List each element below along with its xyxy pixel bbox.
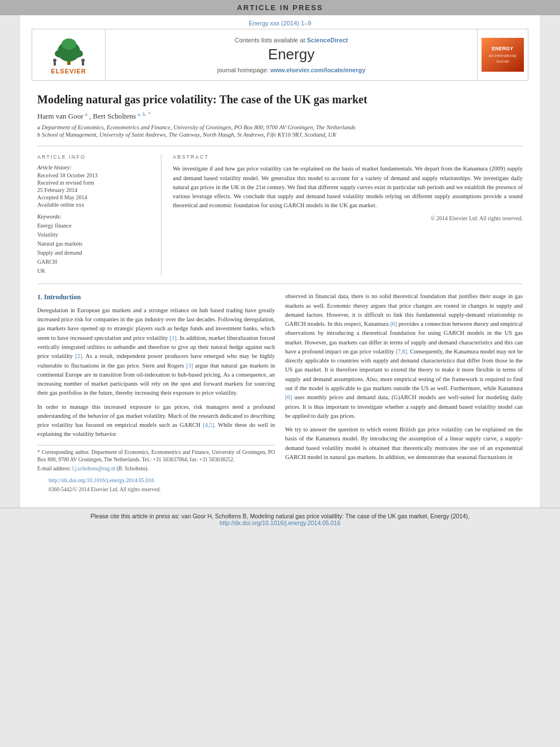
article-in-press-banner: ARTICLE IN PRESS: [0, 0, 560, 15]
homepage-url[interactable]: www.elsevier.com/locate/energy: [270, 67, 365, 73]
sciencedirect-line: Contents lists available at ScienceDirec…: [235, 37, 348, 43]
received-date-1: Received 18 October 2013: [37, 172, 153, 178]
elsevier-logo-box: ELSEVIER: [32, 29, 106, 80]
history-label: Article history:: [37, 164, 153, 171]
keyword-2: Volatility: [37, 230, 153, 239]
body-two-col: 1. Introduction Deregulation in European…: [37, 292, 523, 496]
email-prefix: E-mail address:: [37, 466, 72, 471]
abstract-heading: ABSTRACT: [173, 154, 523, 160]
elsevier-label: ELSEVIER: [51, 68, 86, 75]
citation-text-line: Please cite this article in press as: va…: [11, 513, 549, 519]
journal-header: ELSEVIER Contents lists available at Sci…: [32, 29, 528, 81]
svg-point-7: [81, 59, 85, 62]
svg-text:Journal: Journal: [496, 59, 509, 63]
article-content: Modeling natural gas price volatility: T…: [20, 81, 540, 508]
author-harm-sup: a: [85, 111, 88, 117]
page-container: Energy xxx (2014) 1–9 ELSEVIER: [20, 15, 540, 508]
ref-3[interactable]: [3]: [186, 362, 193, 369]
svg-point-3: [72, 50, 83, 58]
body-right-col: observed in financial data, there is no …: [285, 292, 523, 496]
citation-doi-link[interactable]: http://dx.doi.org/10.1016/j.energy.2014.…: [11, 519, 549, 526]
svg-rect-6: [54, 62, 56, 65]
body-right-para-2: We try to answer the question to which e…: [285, 425, 523, 462]
ref-1[interactable]: [1]: [169, 335, 176, 341]
article-info-abstract: ARTICLE INFO Article history: Received 1…: [37, 154, 523, 276]
ref-78[interactable]: [7,8]: [396, 348, 407, 355]
body-para-2: In order to manage this increased exposu…: [37, 403, 275, 439]
energy-logo-box: ENERGY An International Journal: [477, 29, 528, 80]
keywords-label: Keywords:: [37, 213, 153, 220]
email-link[interactable]: l.j.scholtens@rug.nl: [72, 466, 116, 471]
energy-journal-logo: ENERGY An International Journal: [482, 38, 524, 72]
bottom-citation-bar: Please cite this article in press as: va…: [0, 508, 560, 531]
revised-date: 25 February 2014: [37, 187, 153, 193]
accepted-date: Accepted 8 May 2014: [37, 194, 153, 200]
footnote-section: * Corresponding author. Department of Ec…: [37, 445, 275, 473]
footnote-email: E-mail address: l.j.scholtens@rug.nl (B.…: [37, 465, 275, 473]
abstract-col: ABSTRACT We investigate if and how gas p…: [173, 154, 523, 276]
keywords-section: Keywords: Energy finance Volatility Natu…: [37, 213, 153, 276]
affiliation-b: b School of Management, University of Sa…: [37, 132, 523, 138]
doi-link-body[interactable]: http://dx.doi.org/10.1016/j.energy.2014.…: [49, 475, 264, 486]
body-right-para-1: observed in financial data, there is no …: [285, 292, 523, 421]
svg-point-4: [62, 38, 76, 50]
ref-6a[interactable]: [6]: [390, 321, 397, 327]
author-bert-sup: a, b,: [138, 111, 146, 117]
ref-2[interactable]: [2]: [75, 353, 82, 359]
section1-heading: 1. Introduction: [37, 292, 275, 303]
author-bert: , Bert Scholtens: [89, 112, 136, 120]
issn-line: 0360-5442/© 2014 Elsevier Ltd. All right…: [49, 486, 264, 494]
svg-text:ENERGY: ENERGY: [492, 46, 513, 51]
body-left-col: 1. Introduction Deregulation in European…: [37, 292, 275, 496]
divider-1: [37, 146, 523, 146]
sciencedirect-link[interactable]: ScienceDirect: [307, 37, 348, 43]
energy-logo-svg: ENERGY An International Journal: [482, 38, 524, 72]
sciencedirect-prefix: Contents lists available at: [235, 37, 307, 43]
article-info-col: ARTICLE INFO Article history: Received 1…: [37, 154, 161, 276]
svg-point-2: [55, 50, 66, 58]
keyword-6: UK: [37, 267, 153, 276]
svg-rect-8: [82, 62, 84, 65]
footnote-corresponding: * Corresponding author. Department of Ec…: [37, 449, 275, 464]
citation-text: Please cite this article in press as: va…: [90, 513, 470, 519]
abstract-text: We investigate if and how gas price vola…: [173, 164, 523, 210]
copyright-line: © 2014 Elsevier Ltd. All rights reserved…: [173, 215, 523, 221]
keyword-5: GARCH: [37, 257, 153, 267]
authors-line: Harm van Goor a , Bert Scholtens a, b, *: [37, 111, 523, 121]
svg-text:An International: An International: [488, 54, 516, 58]
ref-6b[interactable]: [6]: [285, 394, 292, 400]
journal-homepage-line: journal homepage: www.elsevier.com/locat…: [217, 67, 366, 73]
corresponding-star: *: [148, 111, 151, 117]
divider-2: [37, 283, 523, 284]
keyword-3: Natural gas markets: [37, 239, 153, 248]
body-para-1: Deregulation in European gas markets and…: [37, 306, 275, 398]
available-date: Available online xxx: [37, 202, 153, 208]
journal-title: Energy: [268, 46, 314, 63]
email-suffix: (B. Scholtens).: [115, 466, 148, 471]
keyword-1: Energy finance: [37, 221, 153, 230]
journal-center-info: Contents lists available at ScienceDirec…: [106, 29, 477, 80]
svg-point-5: [53, 59, 56, 62]
article-title: Modeling natural gas price volatility: T…: [37, 92, 523, 107]
elsevier-tree-icon: [49, 36, 89, 67]
keyword-4: Supply and demand: [37, 248, 153, 257]
author-harm: Harm van Goor: [37, 112, 84, 120]
energy-citation: Energy xxx (2014) 1–9: [20, 15, 540, 29]
ref-45[interactable]: [4,5]: [203, 422, 214, 428]
received-revised-label: Received in revised form: [37, 180, 153, 186]
article-info-heading: ARTICLE INFO: [37, 154, 153, 160]
homepage-prefix: journal homepage:: [217, 67, 270, 73]
affiliation-a: a Department of Economics, Econometrics …: [37, 124, 523, 130]
